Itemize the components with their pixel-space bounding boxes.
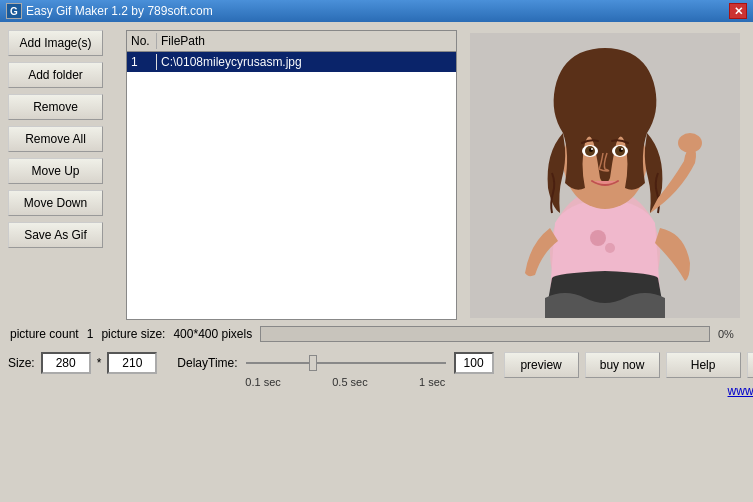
picture-size-label: picture size: [101, 327, 165, 341]
buy-now-button[interactable]: buy now [585, 352, 660, 378]
row-no: 1 [127, 54, 157, 70]
preview-button[interactable]: preview [504, 352, 579, 378]
picture-size-value: 400*400 pixels [173, 327, 252, 341]
progress-percent: 0% [718, 328, 743, 340]
file-list-body: 1C:\0108mileycyrusasm.jpg [127, 52, 456, 72]
slider-labels: 0.1 sec 0.5 sec 1 sec [245, 376, 445, 388]
move-up-button[interactable]: Move Up [8, 158, 103, 184]
col-header-no: No. [127, 33, 157, 49]
picture-count-value: 1 [87, 327, 94, 341]
svg-point-9 [591, 148, 593, 150]
title-bar: G Easy Gif Maker 1.2 by 789soft.com ✕ [0, 0, 753, 22]
delay-label: DelayTime: [177, 356, 237, 370]
picture-count-label: picture count [10, 327, 79, 341]
delay-section: DelayTime: 100 0.1 sec 0.5 sec 1 sec [177, 352, 493, 388]
delay-value: 100 [454, 352, 494, 374]
title-bar-left: G Easy Gif Maker 1.2 by 789soft.com [6, 3, 213, 19]
title-text: Easy Gif Maker 1.2 by 789soft.com [26, 4, 213, 18]
file-list-panel[interactable]: No. FilePath 1C:\0108mileycyrusasm.jpg [126, 30, 457, 320]
add-folder-button[interactable]: Add folder [8, 62, 103, 88]
left-panel: Add Image(s) Add folder Remove Remove Al… [8, 30, 118, 320]
main-content: Add Image(s) Add folder Remove Remove Al… [0, 22, 753, 406]
save-as-gif-button[interactable]: Save As Gif [8, 222, 103, 248]
remove-button[interactable]: Remove [8, 94, 103, 120]
remove-all-button[interactable]: Remove All [8, 126, 103, 152]
action-buttons-row: preview buy now Help About [504, 352, 753, 378]
progress-bar [260, 326, 710, 342]
svg-point-3 [605, 243, 615, 253]
help-button[interactable]: Help [666, 352, 741, 378]
info-progress-row: picture count 1 picture size: 400*400 pi… [8, 326, 745, 342]
svg-point-13 [621, 148, 623, 150]
website-link[interactable]: www.789soft.com [728, 384, 753, 398]
action-buttons-bottom: preview buy now Help About www.789soft.c… [504, 352, 753, 398]
close-button[interactable]: ✕ [729, 3, 747, 19]
slider-label-end: 1 sec [419, 376, 445, 388]
row-filepath: C:\0108mileycyrusasm.jpg [157, 54, 456, 70]
delay-slider[interactable] [246, 353, 446, 373]
table-row[interactable]: 1C:\0108mileycyrusasm.jpg [127, 52, 456, 72]
svg-point-14 [678, 133, 702, 153]
size-label: Size: [8, 356, 35, 370]
slider-label-mid: 0.5 sec [332, 376, 367, 388]
image-preview [465, 30, 745, 320]
size-section: Size: * [8, 352, 157, 374]
width-input[interactable] [41, 352, 91, 374]
delay-row: DelayTime: 100 [177, 352, 493, 374]
top-section: Add Image(s) Add folder Remove Remove Al… [8, 30, 745, 320]
height-input[interactable] [107, 352, 157, 374]
bottom-section: Size: * DelayTime: 100 0.1 sec 0.5 sec 1… [8, 348, 745, 398]
col-header-filepath: FilePath [157, 33, 456, 49]
move-down-button[interactable]: Move Down [8, 190, 103, 216]
svg-point-2 [590, 230, 606, 246]
app-icon: G [6, 3, 22, 19]
size-separator: * [97, 356, 102, 370]
about-button[interactable]: About [747, 352, 753, 378]
slider-label-start: 0.1 sec [245, 376, 280, 388]
preview-image-container [470, 33, 740, 318]
file-list-header: No. FilePath [127, 31, 456, 52]
add-images-button[interactable]: Add Image(s) [8, 30, 103, 56]
